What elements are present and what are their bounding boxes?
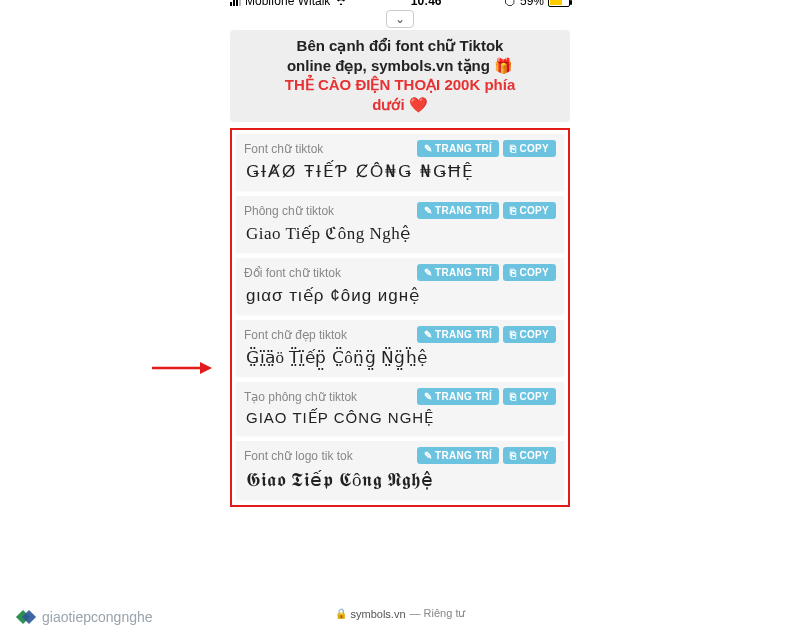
annotation-arrow-icon xyxy=(150,358,212,378)
headline-line1: Bên cạnh đổi font chữ Tiktok xyxy=(238,36,562,56)
collapse-button[interactable]: ⌄ xyxy=(386,10,414,28)
edit-icon: ✎ xyxy=(424,267,432,278)
copy-icon: ⎘ xyxy=(510,391,516,402)
battery-percent: 59% xyxy=(520,0,544,8)
headline-card: Bên cạnh đổi font chữ Tiktok online đẹp,… xyxy=(230,30,570,122)
lock-icon: 🔒 xyxy=(335,608,347,619)
font-item-label: Font chữ tiktok xyxy=(244,142,323,156)
copy-icon: ⎘ xyxy=(510,205,516,216)
collapse-bar: ⌄ xyxy=(220,10,580,30)
font-item-label: Phông chữ tiktok xyxy=(244,204,334,218)
copy-icon: ⎘ xyxy=(510,267,516,278)
signal-bars-icon xyxy=(230,0,241,6)
headline-line2: online đẹp, symbols.vn tặng 🎁 xyxy=(238,56,562,76)
font-item-label: Font chữ đẹp tiktok xyxy=(244,328,347,342)
edit-icon: ✎ xyxy=(424,329,432,340)
font-item: Font chữ logo tik tok ✎TRANG TRÍ ⎘COPY 𝕲… xyxy=(236,441,564,499)
status-left: Mobifone Witalk xyxy=(230,0,348,8)
font-preview[interactable]: 𝕲𝖎𝖆𝖔 𝕿𝖎ế𝖕 𝕮ô𝖓𝖌 𝕹𝖌𝖍ệ xyxy=(244,468,556,491)
font-item-label: Font chữ logo tik tok xyxy=(244,449,353,463)
copy-icon: ⎘ xyxy=(510,329,516,340)
watermark: giaotiepcongnghe xyxy=(18,608,153,626)
copy-button[interactable]: ⎘COPY xyxy=(503,326,556,343)
font-preview[interactable]: GIAO TIẾP CÔNG NGHỆ xyxy=(244,409,556,427)
font-preview[interactable]: Giao Tiếp ℭông Nghệ xyxy=(244,223,556,244)
browser-bottom-bar: 🔒 symbols.vn — Riêng tư xyxy=(220,607,580,620)
decorate-button[interactable]: ✎TRANG TRÍ xyxy=(417,388,499,405)
copy-icon: ⎘ xyxy=(510,143,516,154)
chevron-down-icon: ⌄ xyxy=(395,12,405,26)
svg-marker-1 xyxy=(200,362,212,374)
font-item: Font chữ tiktok ✎TRANG TRÍ ⎘COPY ǤƗȺØ ŦƗ… xyxy=(236,134,564,190)
font-item: Phông chữ tiktok ✎TRANG TRÍ ⎘COPY Giao T… xyxy=(236,196,564,252)
edit-icon: ✎ xyxy=(424,205,432,216)
watermark-logo-icon xyxy=(18,608,36,626)
edit-icon: ✎ xyxy=(424,450,432,461)
copy-button[interactable]: ⎘COPY xyxy=(503,140,556,157)
status-right: ⭮ 59% xyxy=(504,0,570,8)
wifi-icon xyxy=(334,0,348,8)
headline-line4: dưới ❤️ xyxy=(238,95,562,115)
status-time: 10:46 xyxy=(411,0,442,8)
copy-button[interactable]: ⎘COPY xyxy=(503,202,556,219)
edit-icon: ✎ xyxy=(424,143,432,154)
phone-frame: Mobifone Witalk 10:46 ⭮ 59% ⌄ Bên cạnh đ… xyxy=(220,0,580,622)
privacy-label: — Riêng tư xyxy=(410,607,466,620)
watermark-text: giaotiepcongnghe xyxy=(42,609,153,625)
font-item: Tạo phông chữ tiktok ✎TRANG TRÍ ⎘COPY GI… xyxy=(236,382,564,435)
decorate-button[interactable]: ✎TRANG TRÍ xyxy=(417,447,499,464)
decorate-button[interactable]: ✎TRANG TRÍ xyxy=(417,140,499,157)
font-item: Font chữ đẹp tiktok ✎TRANG TRÍ ⎘COPY G̤̈… xyxy=(236,320,564,376)
font-item-label: Đổi font chữ tiktok xyxy=(244,266,341,280)
battery-icon xyxy=(548,0,570,7)
sync-icon: ⭮ xyxy=(504,0,516,8)
decorate-button[interactable]: ✎TRANG TRÍ xyxy=(417,202,499,219)
font-preview[interactable]: G̤̈ï̤ä̤ö T̤̈ï̤ếp̤̈ C̤̈ôn̤̈g̤̈ N̤̈g̤̈ḧ̤… xyxy=(244,347,556,368)
status-bar: Mobifone Witalk 10:46 ⭮ 59% xyxy=(220,0,580,10)
font-item: Đổi font chữ tiktok ✎TRANG TRÍ ⎘COPY gια… xyxy=(236,258,564,314)
site-url[interactable]: symbols.vn xyxy=(351,608,406,620)
font-preview[interactable]: ǤƗȺØ ŦƗẾƤ ȻÔ₦Ǥ ₦ǤĦỆ xyxy=(244,161,556,182)
copy-icon: ⎘ xyxy=(510,450,516,461)
copy-button[interactable]: ⎘COPY xyxy=(503,447,556,464)
edit-icon: ✎ xyxy=(424,391,432,402)
decorate-button[interactable]: ✎TRANG TRÍ xyxy=(417,264,499,281)
copy-button[interactable]: ⎘COPY xyxy=(503,388,556,405)
font-item-label: Tạo phông chữ tiktok xyxy=(244,390,357,404)
copy-button[interactable]: ⎘COPY xyxy=(503,264,556,281)
font-preview[interactable]: gιασ тιếρ ¢ôиg иgнệ xyxy=(244,285,556,306)
font-list-highlight: Font chữ tiktok ✎TRANG TRÍ ⎘COPY ǤƗȺØ ŦƗ… xyxy=(230,128,570,507)
decorate-button[interactable]: ✎TRANG TRÍ xyxy=(417,326,499,343)
carrier-label: Mobifone Witalk xyxy=(245,0,330,8)
headline-line3: THẺ CÀO ĐIỆN THOẠI 200K phía xyxy=(238,75,562,95)
